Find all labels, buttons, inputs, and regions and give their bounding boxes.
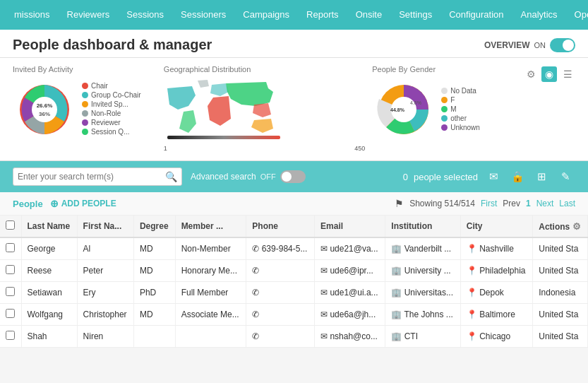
row-checkbox-1[interactable] [6,265,15,274]
row-checkbox-3[interactable] [6,309,15,318]
page-header: People dashboard & manager OVERVIEW ON [0,30,588,58]
cell-email-4: ✉ nshah@co... [315,326,385,348]
cell-email-2: ✉ ude1@ui.a... [315,282,385,304]
cell-institution-1: 🏢 University ... [385,260,461,282]
people-by-gender-chart: 44.8% 4.6% [372,78,436,141]
people-label: People [13,199,43,209]
search-input[interactable] [18,172,165,182]
svg-text:44.8%: 44.8% [390,107,405,112]
cell-city-2: 📍 Depok [460,282,532,304]
world-map: 1 450 [164,78,365,152]
cell-city-0: 📍 Nashville [460,237,532,260]
edit-icon[interactable]: ✎ [556,167,575,187]
cell-lastname-4: Shah [21,326,77,348]
grid-icon[interactable]: ⊞ [532,167,551,187]
cell-country-3: United Sta [533,304,588,326]
nav-analytics[interactable]: Analytics [512,0,566,30]
col-city: City [460,216,532,237]
nav-sessions[interactable]: Sessions [118,0,172,30]
search-toolbar: 🔍 Advanced search OFF 0 people selected … [0,161,588,192]
cell-country-1: United Sta [533,260,588,282]
cell-firstname-0: Al [77,237,133,260]
col-degree: Degree [133,216,175,237]
cell-firstname-1: Peter [77,260,133,282]
nav-campaigns[interactable]: Campaigns [234,0,298,30]
row-checkbox-4[interactable] [6,331,15,340]
email-icon[interactable]: ✉ [484,167,503,187]
cell-phone-0: ✆ 639-984-5... [246,237,315,260]
row-checkbox-0[interactable] [6,243,15,252]
nav-reports[interactable]: Reports [298,0,347,30]
cell-member-2: Full Member [175,282,246,304]
top-navigation: missions Reviewers Sessions Sessioners C… [0,0,588,30]
invited-by-activity-panel: Invited By Activity 26.6% 36% Chair Grou… [13,65,157,141]
cell-country-4: United Sta [533,326,588,348]
cell-firstname-2: Ery [77,282,133,304]
people-row: People ⊕ ADD PEOPLE ⚑ Showing 514/514 Fi… [0,192,588,216]
search-icon[interactable]: 🔍 [165,171,177,182]
cell-degree-0: MD [133,237,175,260]
cell-country-2: Indonesia [533,282,588,304]
chart-settings-icons: ⚙ ◉ ☰ [523,65,575,82]
nav-sessioners[interactable]: Sessioners [172,0,234,30]
lock-icon[interactable]: 🔒 [508,167,527,187]
people-table: Last Name First Na... Degree Member ... … [0,216,588,348]
svg-point-1 [32,97,57,122]
invited-by-activity-chart: 26.6% 36% [13,78,76,141]
cell-lastname-3: Wolfgang [21,304,77,326]
cell-member-3: Associate Me... [175,304,246,326]
pagination-info: ⚑ Showing 514/514 First Prev 1 Next Last [395,198,575,209]
cell-degree-3: MD [133,304,175,326]
col-actions: Actions ⚙ [533,216,588,237]
table-body: George Al MD Non-Member ✆ 639-984-5... ✉… [0,237,588,348]
cell-city-4: 📍 Chicago [460,326,532,348]
svg-rect-4 [167,136,280,139]
nav-operation[interactable]: Operation [566,0,588,30]
col-firstname: First Na... [77,216,133,237]
svg-text:36%: 36% [39,111,50,117]
list-view-icon[interactable]: ☰ [560,66,575,82]
nav-onsite[interactable]: Onsite [347,0,391,30]
cell-degree-2: PhD [133,282,175,304]
chart1-legend: Chair Group Co-Chair Invited Sp... Non-R… [82,82,141,137]
overview-toggle-switch[interactable] [550,38,575,52]
cell-lastname-1: Reese [21,260,77,282]
prev-page-link[interactable]: Prev [503,199,520,208]
select-all-checkbox[interactable] [6,220,15,230]
table-row: Reese Peter MD Honorary Me... ✆ ✉ ude6@i… [0,260,588,282]
add-people-button[interactable]: ⊕ ADD PEOPLE [50,198,116,209]
last-page-link[interactable]: Last [559,199,575,208]
col-phone: Phone [246,216,315,237]
overview-label: OVERVIEW [484,40,529,50]
nav-settings[interactable]: Settings [390,0,440,30]
toolbar-action-icons: ✉ 🔒 ⊞ ✎ [484,167,575,187]
cell-city-3: 📍 Baltimore [460,304,532,326]
next-page-link[interactable]: Next [536,199,554,208]
gear-icon[interactable]: ⚙ [523,66,539,82]
advanced-search-toggle[interactable] [280,170,306,183]
svg-text:26.6%: 26.6% [37,102,53,109]
overview-state-label: ON [534,41,546,49]
svg-text:4.6%: 4.6% [410,100,421,105]
first-page-link[interactable]: First [481,199,497,208]
nav-missions[interactable]: missions [6,0,59,30]
cell-degree-1: MD [133,260,175,282]
nav-configuration[interactable]: Configuration [440,0,512,30]
cell-email-0: ✉ ude21@va... [315,237,385,260]
table-row: Wolfgang Christopher MD Associate Me... … [0,304,588,326]
chart3-legend: No Data F M other Unknown [441,87,480,133]
cell-institution-4: 🏢 CTI [385,326,461,348]
cell-lastname-0: George [21,237,77,260]
pie-view-icon[interactable]: ◉ [541,66,557,82]
pagination-flag-icon: ⚑ [395,198,404,209]
chart1-title: Invited By Activity [13,65,157,73]
current-page: 1 [526,199,531,208]
cell-firstname-4: Niren [77,326,133,348]
row-checkbox-2[interactable] [6,287,15,296]
nav-reviewers[interactable]: Reviewers [59,0,119,30]
cell-email-1: ✉ ude6@ipr... [315,260,385,282]
map-scale-labels: 1 450 [164,145,365,152]
chart3-title: People By Gender [372,65,516,73]
people-table-container: Last Name First Na... Degree Member ... … [0,216,588,348]
chart2-title: Geographical Distribution [164,65,365,73]
